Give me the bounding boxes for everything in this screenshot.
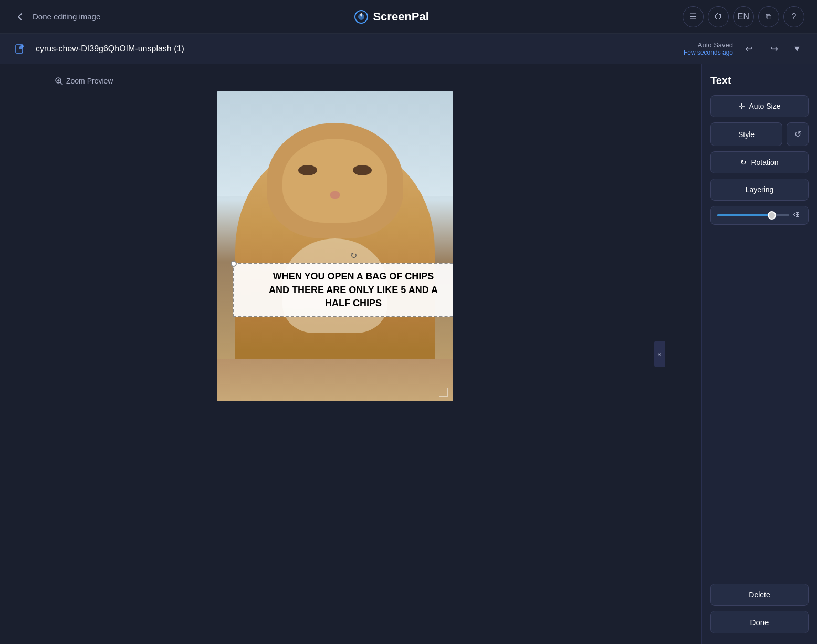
main-content: Zoom Preview bbox=[0, 64, 817, 644]
auto-size-label: Auto Size bbox=[749, 102, 781, 110]
image-container: ↻ WHEN YOU OPEN A BAG OF CHIPS AND THERE… bbox=[217, 91, 453, 401]
zoom-icon bbox=[55, 77, 63, 85]
logo-text: ScreenPal bbox=[373, 10, 428, 24]
file-edit-icon bbox=[13, 41, 27, 56]
zoom-preview-bar[interactable]: Zoom Preview bbox=[55, 77, 113, 85]
text-line2: AND THERE ARE ONLY LIKE 5 AND A bbox=[269, 285, 438, 295]
text-overlay-content: WHEN YOU OPEN A BAG OF CHIPS AND THERE A… bbox=[242, 270, 453, 310]
text-overlay-box[interactable]: ↻ WHEN YOU OPEN A BAG OF CHIPS AND THERE… bbox=[233, 263, 453, 317]
history-icon: ⏱ bbox=[714, 12, 722, 22]
delete-label: Delete bbox=[749, 590, 770, 599]
cat-eye-left bbox=[298, 165, 317, 175]
layers-button[interactable]: ⧉ bbox=[758, 6, 779, 27]
zoom-preview-label: Zoom Preview bbox=[66, 77, 113, 85]
auto-saved-sub: Few seconds ago bbox=[684, 49, 733, 56]
canvas-area: Zoom Preview bbox=[0, 64, 701, 644]
auto-saved: Auto Saved Few seconds ago bbox=[684, 41, 733, 56]
layers-icon: ⧉ bbox=[766, 12, 771, 22]
back-button[interactable]: Done editing image bbox=[13, 9, 100, 24]
reset-icon: ↺ bbox=[794, 129, 801, 139]
filename: cyrus-chew-DI39g6QhOIM-unsplash (1) bbox=[36, 44, 184, 54]
style-reset-button[interactable]: ↺ bbox=[787, 122, 809, 146]
cat-nose bbox=[330, 191, 340, 199]
back-label: Done editing image bbox=[33, 12, 100, 21]
cat-image: ↻ WHEN YOU OPEN A BAG OF CHIPS AND THERE… bbox=[217, 91, 453, 401]
menu-button[interactable]: ☰ bbox=[683, 6, 704, 27]
rotation-button[interactable]: ↻ Rotation bbox=[710, 151, 809, 173]
svg-line-4 bbox=[60, 82, 62, 85]
collapse-panel-button[interactable]: « bbox=[654, 341, 665, 367]
style-button[interactable]: Style bbox=[710, 122, 782, 146]
menu-icon: ☰ bbox=[689, 12, 697, 22]
corner-marker bbox=[438, 387, 449, 397]
logo-icon bbox=[354, 9, 369, 24]
auto-size-button[interactable]: ✛ Auto Size bbox=[710, 95, 809, 117]
desk-area bbox=[217, 359, 453, 401]
language-button[interactable]: EN bbox=[733, 6, 754, 27]
layering-button[interactable]: Layering bbox=[710, 179, 809, 201]
chevron-right-icon: « bbox=[658, 350, 662, 358]
chevron-down-icon: ▼ bbox=[793, 44, 801, 54]
redo-button[interactable]: ↪ bbox=[764, 39, 783, 58]
rotation-handle[interactable]: ↻ bbox=[349, 251, 358, 259]
style-row: Style ↺ bbox=[710, 122, 809, 146]
undo-icon: ↩ bbox=[745, 43, 753, 55]
logo: ScreenPal bbox=[354, 9, 428, 24]
second-bar-right: Auto Saved Few seconds ago ↩ ↪ ▼ bbox=[684, 39, 804, 58]
auto-size-icon: ✛ bbox=[739, 102, 745, 110]
right-panel: Text ✛ Auto Size Style ↺ ↻ Rotation Laye… bbox=[701, 64, 817, 644]
layering-label: Layering bbox=[746, 185, 774, 194]
panel-title: Text bbox=[710, 75, 809, 87]
panel-spacer bbox=[710, 230, 809, 578]
style-label: Style bbox=[738, 130, 755, 139]
rotation-icon: ↻ bbox=[740, 158, 747, 167]
history-button[interactable]: ⏱ bbox=[708, 6, 729, 27]
cat-face bbox=[282, 139, 387, 223]
opacity-slider[interactable] bbox=[717, 214, 789, 216]
help-icon: ? bbox=[792, 12, 797, 22]
opacity-eye-icon[interactable]: 👁 bbox=[793, 211, 802, 220]
help-button[interactable]: ? bbox=[783, 6, 804, 27]
text-line3: HALF CHIPS bbox=[325, 298, 382, 308]
language-label: EN bbox=[738, 12, 749, 22]
dropdown-button[interactable]: ▼ bbox=[790, 41, 804, 56]
undo-button[interactable]: ↩ bbox=[739, 39, 758, 58]
second-bar: cyrus-chew-DI39g6QhOIM-unsplash (1) Auto… bbox=[0, 34, 817, 64]
delete-button[interactable]: Delete bbox=[710, 584, 809, 606]
redo-icon: ↪ bbox=[770, 43, 778, 55]
top-nav: Done editing image ScreenPal ☰ ⏱ EN ⧉ ? bbox=[0, 0, 817, 34]
corner-handle-tl[interactable] bbox=[231, 261, 237, 267]
cat-eye-right bbox=[353, 165, 372, 175]
rotation-label: Rotation bbox=[751, 158, 778, 167]
done-button[interactable]: Done bbox=[710, 611, 809, 633]
back-arrow-icon bbox=[13, 9, 27, 24]
auto-saved-title: Auto Saved bbox=[684, 41, 733, 49]
top-nav-actions: ☰ ⏱ EN ⧉ ? bbox=[683, 6, 804, 27]
text-line1: WHEN YOU OPEN A BAG OF CHIPS bbox=[273, 271, 434, 282]
done-label: Done bbox=[750, 618, 769, 627]
opacity-thumb[interactable] bbox=[768, 211, 776, 220]
opacity-row: 👁 bbox=[710, 206, 809, 225]
